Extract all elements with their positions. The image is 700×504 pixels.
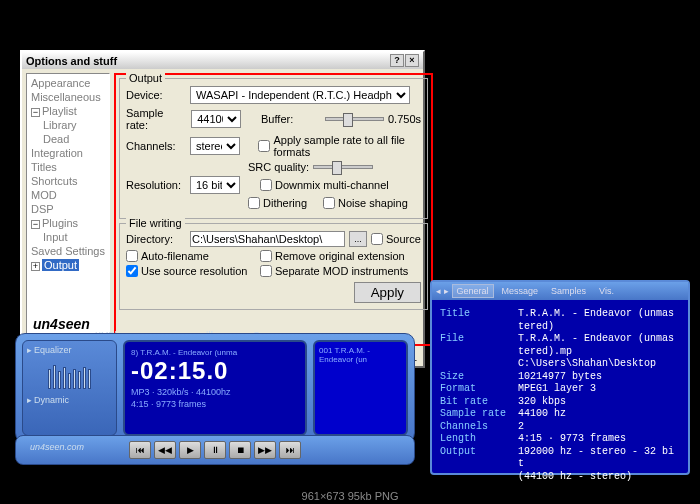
sep-mod-checkbox[interactable] [260,265,272,277]
auto-filename-checkbox[interactable] [126,250,138,262]
play-button[interactable]: ▶ [179,441,201,459]
tree-integration[interactable]: Integration [29,146,107,160]
tree-library[interactable]: Library [41,118,107,132]
src-label: SRC quality: [248,161,309,173]
playlist-item[interactable]: 001 T.R.A.M. - Endeavor (un [319,346,402,364]
player-display: 8) T.R.A.M. - Endeavor (unma -02:15.0 MP… [123,340,307,436]
device-select[interactable]: WASAPI - Independent (R.T.C.) Headphones… [190,86,410,104]
output-group-label: Output [126,72,165,84]
channels-select[interactable]: stereo [190,137,240,155]
sample-rate-label: Sample rate: [126,107,187,131]
dynamic-label[interactable]: Dynamic [27,395,112,405]
resolution-select[interactable]: 16 bit [190,176,240,194]
downmix-checkbox[interactable] [260,179,272,191]
tree-dead[interactable]: Dead [41,132,107,146]
next-button[interactable]: ⏭ [279,441,301,459]
tree-plugins[interactable]: −Plugins [29,216,107,230]
browse-button[interactable]: ... [349,231,367,247]
remove-ext-checkbox[interactable] [260,250,272,262]
tab-vis[interactable]: Vis. [594,284,619,298]
format-info: MP3 · 320kb/s · 44100hz [131,387,299,397]
buffer-slider[interactable] [325,117,384,121]
info-row: Channels2 [440,421,680,434]
window-controls[interactable]: ◂ ▸ [436,286,449,296]
tree-shortcuts[interactable]: Shortcuts [29,174,107,188]
sample-rate-select[interactable]: 44100 [191,110,241,128]
info-row: FileT.R.A.M. - Endeavor (unmastered).mp [440,333,680,358]
output-group: Output Device: WASAPI - Independent (R.T… [119,78,428,219]
dithering-checkbox[interactable] [248,197,260,209]
channels-label: Channels: [126,140,186,152]
output-panel: Output Device: WASAPI - Independent (R.T… [114,73,433,346]
tree-mod[interactable]: MOD [29,188,107,202]
tree-saved[interactable]: Saved Settings [29,244,107,258]
dialog-title: Options and stuff [26,55,117,67]
info-row: C:\Users\Shahan\Desktop [440,358,680,371]
tree-input[interactable]: Input [41,230,107,244]
length-info: 4:15 · 9773 frames [131,399,299,409]
apply-button[interactable]: Apply [354,282,421,303]
info-row: Bit rate320 kbps [440,396,680,409]
collapse-icon[interactable]: − [31,220,40,229]
info-row: Output192000 hz - stereo - 32 bit [440,446,680,471]
info-row: Sample rate44100 hz [440,408,680,421]
pause-button[interactable]: ⏸ [204,441,226,459]
equalizer-panel: Equalizer Dynamic [22,340,117,436]
filewriting-label: File writing [126,217,185,229]
info-row: FormatMPEG1 layer 3 [440,383,680,396]
tree-misc[interactable]: Miscellaneous [29,90,107,104]
tree-playlist[interactable]: −Playlist [29,104,107,118]
use-src-res-checkbox[interactable] [126,265,138,277]
image-dimensions: 961×673 95kb PNG [296,490,405,502]
tab-message[interactable]: Message [497,284,544,298]
options-dialog: Options and stuff ? × Appearance Miscell… [20,50,425,368]
time-display[interactable]: -02:15.0 [131,357,299,385]
directory-input[interactable] [190,231,345,247]
info-row: Size10214977 bytes [440,371,680,384]
info-tabs: ◂ ▸ General Message Samples Vis. [432,282,688,300]
tab-samples[interactable]: Samples [546,284,591,298]
buffer-label: Buffer: [261,113,321,125]
info-row: (44100 hz - stereo) [440,471,680,484]
forward-button[interactable]: ▶▶ [254,441,276,459]
tree-output[interactable]: +Output [29,258,107,272]
buffer-value: 0.750s [388,113,421,125]
src-slider[interactable] [313,165,373,169]
tree-titles[interactable]: Titles [29,160,107,174]
filewriting-group: File writing Directory: ... Source Auto-… [119,223,428,310]
source-checkbox[interactable] [371,233,383,245]
apply-sr-checkbox[interactable] [258,140,270,152]
info-body: TitleT.R.A.M. - Endeavor (unmastered)Fil… [432,300,688,491]
noise-checkbox[interactable] [323,197,335,209]
tree-appearance[interactable]: Appearance [29,76,107,90]
prev-button[interactable]: ⏮ [129,441,151,459]
tree-dsp[interactable]: DSP [29,202,107,216]
expand-icon[interactable]: + [31,262,40,271]
help-button[interactable]: ? [390,54,404,67]
info-window[interactable]: ◂ ▸ General Message Samples Vis. TitleT.… [430,280,690,475]
stop-button[interactable]: ⏹ [229,441,251,459]
xmplay-player[interactable]: Equalizer Dynamic 8) T.R.A.M. - Endeavor… [15,333,415,443]
info-row: TitleT.R.A.M. - Endeavor (unmastered) [440,308,680,333]
url-label[interactable]: un4seen.com [30,442,84,452]
collapse-icon[interactable]: − [31,108,40,117]
device-label: Device: [126,89,186,101]
playlist-panel[interactable]: 001 T.R.A.M. - Endeavor (un [313,340,408,436]
options-tree: Appearance Miscellaneous −Playlist Libra… [26,73,110,346]
eq-sliders[interactable] [27,357,112,389]
equalizer-label[interactable]: Equalizer [27,345,112,355]
tab-general[interactable]: General [452,284,494,298]
track-title: 8) T.R.A.M. - Endeavor (unma [131,348,299,357]
resolution-label: Resolution: [126,179,186,191]
close-button[interactable]: × [405,54,419,67]
directory-label: Directory: [126,233,186,245]
dialog-titlebar[interactable]: Options and stuff ? × [22,52,423,69]
rewind-button[interactable]: ◀◀ [154,441,176,459]
info-row: Length4:15 · 9773 frames [440,433,680,446]
